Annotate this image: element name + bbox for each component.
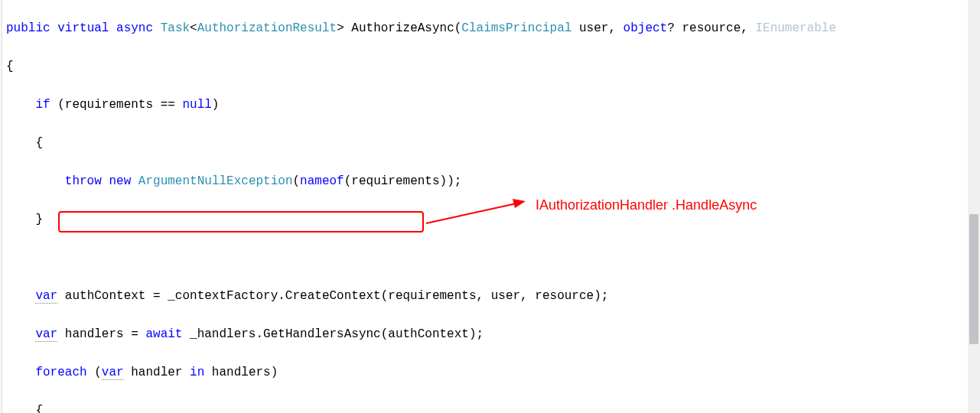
code-line: } [6,210,975,229]
code-editor[interactable]: public virtual async Task<AuthorizationR… [0,0,980,413]
code-line: foreach (var handler in handlers) [6,363,975,382]
code-line: throw new ArgumentNullException(nameof(r… [6,172,975,191]
code-line: var handlers = await _handlers.GetHandle… [6,325,975,344]
code-line: var authContext = _contextFactory.Create… [6,287,975,306]
scrollbar-track[interactable] [968,0,980,413]
code-line: if (requirements == null) [6,96,975,115]
code-line: { [6,402,975,413]
code-line: public virtual async Task<AuthorizationR… [6,19,975,38]
code-line: { [6,57,975,76]
scrollbar-thumb[interactable] [969,214,978,344]
code-line [6,249,975,268]
code-line: { [6,134,975,153]
